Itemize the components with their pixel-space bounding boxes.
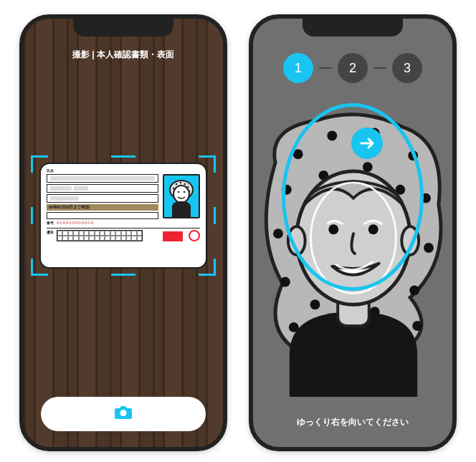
svg-point-8 (178, 191, 179, 193)
frame-edge-left (31, 207, 33, 224)
card-avatar-icon (165, 175, 198, 217)
svg-point-1 (176, 183, 177, 185)
svg-point-16 (409, 285, 419, 295)
face-guide-oval (282, 103, 424, 291)
svg-point-2 (180, 182, 181, 183)
arrow-right-icon (358, 135, 376, 152)
direction-indicator (351, 127, 383, 159)
svg-point-5 (173, 188, 174, 189)
frame-edge-bottom (111, 274, 135, 276)
svg-point-7 (173, 186, 189, 203)
frame-edge-right (214, 207, 216, 224)
svg-point-9 (184, 191, 185, 193)
svg-point-17 (412, 321, 422, 331)
card-stamp-icon (189, 230, 200, 241)
card-photo (163, 174, 200, 218)
camera-icon (115, 405, 132, 423)
step-3: 3 (392, 53, 422, 83)
shutter-button[interactable] (41, 397, 206, 431)
phone-face-verification: 1 2 3 (249, 14, 457, 451)
phone-document-scan: 撮影 | 本人確認書類・表面 氏名 00年00月00日まで有効 番号 (19, 14, 227, 451)
svg-point-29 (310, 299, 320, 309)
svg-point-15 (424, 243, 434, 253)
card-grid (57, 230, 143, 241)
svg-point-22 (273, 228, 283, 239)
card-red-mark (163, 231, 183, 241)
scan-frame: 氏名 00年00月00日まで有効 番号 000000000000 (34, 158, 213, 273)
card-validity: 00年00月00日まで有効 (47, 204, 158, 211)
step-2: 2 (338, 53, 368, 83)
card-label-bottom: 優良 (47, 230, 54, 241)
step-connector (319, 67, 332, 69)
svg-point-3 (184, 183, 186, 185)
phone-notch (303, 18, 403, 37)
id-card: 氏名 00年00月00日まで有効 番号 000000000000 (39, 163, 207, 269)
svg-point-21 (280, 277, 290, 287)
step-1: 1 (283, 53, 313, 83)
card-number: 000000000000 (57, 221, 94, 225)
face-capture-area (253, 99, 452, 397)
card-label-number: 番号 (47, 221, 54, 225)
instruction-text: ゆっくり右を向いてください (253, 416, 452, 428)
phone-notch (73, 18, 173, 37)
card-label-name: 氏名 (47, 168, 158, 173)
frame-edge-top (111, 155, 135, 158)
step-connector (373, 67, 386, 69)
